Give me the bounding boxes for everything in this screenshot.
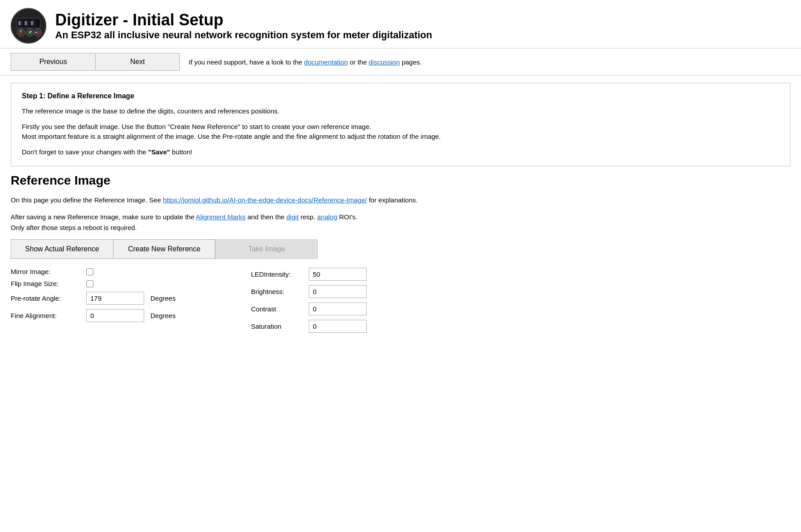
fine-alignment-row: Fine Alignment: Degrees	[11, 309, 233, 322]
contrast-label: Contrast	[251, 305, 304, 313]
fine-alignment-degrees: Degrees	[150, 312, 176, 319]
nav-bar: Previous Next If you need support, have …	[0, 48, 801, 76]
brightness-input[interactable]	[309, 285, 367, 298]
mirror-image-row: Mirror Image:	[11, 268, 233, 275]
saturation-label: Saturation	[251, 322, 304, 330]
saturation-row: Saturation	[251, 320, 456, 333]
form-right: LEDIntensity: Brightness: Contrast Satur…	[233, 268, 456, 333]
mirror-image-checkbox[interactable]	[86, 268, 93, 275]
svg-point-9	[20, 32, 22, 33]
contrast-input[interactable]	[309, 302, 367, 315]
reference-section: Reference Image On this page you define …	[11, 173, 790, 333]
show-actual-reference-button[interactable]: Show Actual Reference	[11, 239, 113, 259]
saturation-input[interactable]	[309, 320, 367, 333]
button-row: Show Actual Reference Create New Referen…	[11, 239, 790, 259]
svg-text:8: 8	[18, 21, 21, 26]
discussion-link[interactable]: discussion	[368, 58, 400, 66]
reference-para1: On this page you define the Reference Im…	[11, 195, 790, 206]
header-text: Digitizer - Initial Setup An ESP32 all i…	[55, 11, 432, 41]
reference-para2: After saving a new Reference Image, make…	[11, 212, 790, 233]
svg-point-17	[37, 32, 39, 33]
next-button[interactable]: Next	[95, 53, 180, 71]
create-new-reference-button[interactable]: Create New Reference	[113, 239, 215, 259]
brightness-row: Brightness:	[251, 285, 456, 298]
step-title: Step 1: Define a Reference Image	[22, 92, 779, 100]
step-para1: The reference image is the base to defin…	[22, 106, 779, 117]
prerotate-row: Pre-rotate Angle: Degrees	[11, 292, 233, 305]
prerotate-input[interactable]	[86, 292, 144, 305]
digit-link[interactable]: digit	[287, 213, 299, 221]
reference-title: Reference Image	[11, 173, 790, 188]
mirror-image-label: Mirror Image:	[11, 268, 82, 275]
svg-text:8: 8	[31, 21, 33, 26]
alignment-marks-link[interactable]: Alignment Marks	[196, 213, 246, 221]
led-intensity-row: LEDIntensity:	[251, 268, 456, 281]
flip-image-label: Flip Image Size:	[11, 280, 82, 287]
led-intensity-input[interactable]	[309, 268, 367, 281]
documentation-link[interactable]: documentation	[304, 58, 348, 66]
support-text: If you need support, have a look to the …	[189, 58, 422, 66]
step1-content-box: Step 1: Define a Reference Image The ref…	[11, 83, 790, 166]
form-left: Mirror Image: Flip Image Size: Pre-rotat…	[11, 268, 233, 333]
logo: 8 8 8	[11, 8, 46, 44]
step-para2: Firstly you see the default image. Use t…	[22, 122, 779, 142]
previous-button[interactable]: Previous	[11, 53, 95, 71]
flip-image-row: Flip Image Size:	[11, 280, 233, 287]
brightness-label: Brightness:	[251, 288, 304, 295]
led-intensity-label: LEDIntensity:	[251, 270, 304, 278]
take-image-button[interactable]: Take Image	[215, 239, 318, 259]
step-para3: Don't forget to save your changes with t…	[22, 147, 779, 157]
svg-text:8: 8	[24, 21, 27, 26]
reference-image-link[interactable]: https://jomjol.github.io/AI-on-the-edge-…	[163, 196, 367, 204]
page-title: Digitizer - Initial Setup	[55, 11, 432, 29]
header: 8 8 8 Digitizer - Initial Setup An ESP32…	[0, 0, 801, 48]
contrast-row: Contrast	[251, 302, 456, 315]
prerotate-label: Pre-rotate Angle:	[11, 294, 82, 302]
fine-alignment-input[interactable]	[86, 309, 144, 322]
page-subtitle: An ESP32 all inclusive neural network re…	[55, 29, 432, 41]
prerotate-degrees: Degrees	[150, 294, 176, 302]
form-grid: Mirror Image: Flip Image Size: Pre-rotat…	[11, 268, 456, 333]
flip-image-checkbox[interactable]	[86, 280, 93, 287]
analog-link[interactable]: analog	[317, 213, 337, 221]
fine-alignment-label: Fine Alignment:	[11, 312, 82, 319]
